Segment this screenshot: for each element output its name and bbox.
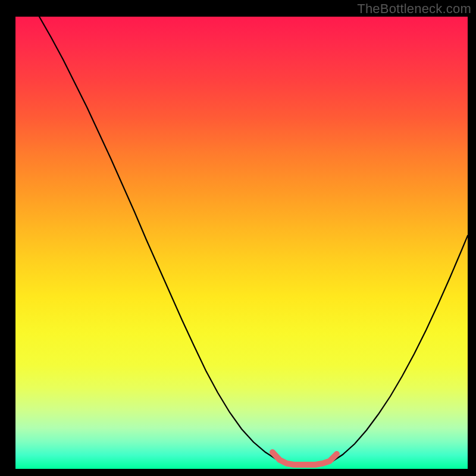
gradient-plot-area — [15, 17, 468, 469]
curve-left-segment — [39, 17, 283, 463]
attribution-text: TheBottleneck.com — [357, 1, 471, 17]
curve-right-segment — [331, 236, 468, 462]
curve-highlight — [273, 452, 337, 465]
curve-svg — [15, 17, 468, 469]
